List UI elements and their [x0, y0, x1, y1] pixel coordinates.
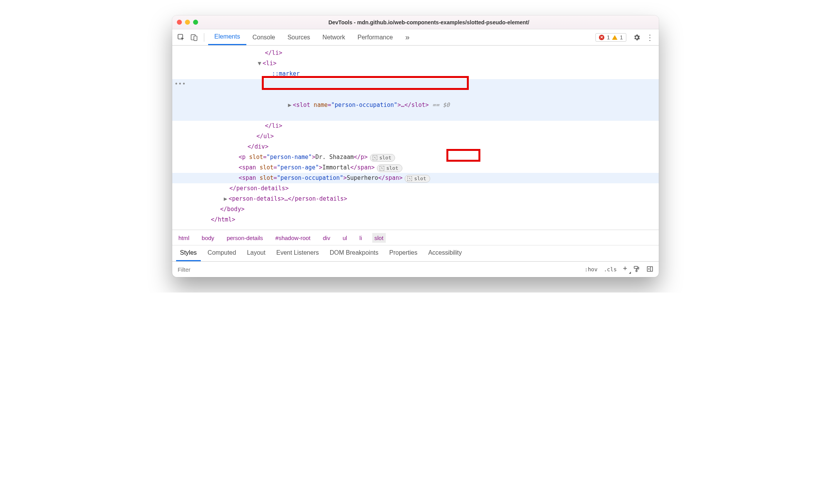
warning-icon [612, 35, 617, 40]
breadcrumbs: html body person-details #shadow-root di… [172, 230, 659, 243]
reveal-icon: ↖ [373, 156, 377, 160]
tree-line[interactable]: <p slot="person-name">Dr. Shazaam</p>↖sl… [172, 152, 659, 162]
expand-arrow-icon[interactable]: ▼ [257, 58, 262, 69]
tab-elements[interactable]: Elements [208, 29, 246, 45]
panel-tabs: Elements Console Sources Network Perform… [208, 29, 416, 45]
tree-line[interactable]: </ul> [172, 131, 659, 142]
tree-line[interactable]: </body> [172, 204, 659, 215]
warning-count: 1 [620, 34, 623, 41]
svg-rect-4 [636, 270, 637, 272]
crumb-shadow-root[interactable]: #shadow-root [273, 233, 313, 243]
zoom-window-button[interactable] [193, 20, 198, 25]
kebab-menu-icon[interactable]: ⋮ [644, 32, 656, 43]
styles-filter-bar: :hov .cls +◢ [172, 262, 659, 277]
svg-rect-2 [194, 36, 197, 41]
crumb-ul[interactable]: ul [340, 233, 349, 243]
gear-icon[interactable] [631, 32, 643, 43]
crumb-li[interactable]: li [357, 233, 365, 243]
tree-line[interactable]: ▶<person-details>…</person-details> [172, 194, 659, 204]
tree-line-hover[interactable]: <span slot="person-occupation">Superhero… [172, 173, 659, 183]
cls-toggle[interactable]: .cls [600, 266, 620, 272]
close-window-button[interactable] [177, 20, 182, 25]
divider [204, 33, 204, 42]
tree-line[interactable]: </li> [172, 121, 659, 131]
tab-console[interactable]: Console [246, 29, 282, 45]
traffic-lights [177, 20, 198, 25]
reveal-icon: ↖ [380, 166, 384, 171]
crumb-slot[interactable]: slot [372, 233, 386, 243]
minimize-window-button[interactable] [185, 20, 190, 25]
subtab-accessibility[interactable]: Accessibility [424, 245, 466, 261]
main-toolbar: Elements Console Sources Network Perform… [172, 29, 659, 46]
tab-network[interactable]: Network [316, 29, 351, 45]
crumb-div[interactable]: div [321, 233, 332, 243]
paint-icon[interactable] [630, 266, 643, 274]
new-style-rule-icon[interactable]: +◢ [620, 264, 630, 272]
toggle-sidebar-icon[interactable] [643, 266, 656, 274]
tree-line[interactable]: ▼<li> [172, 58, 659, 69]
reveal-slot-badge[interactable]: ↖slot [405, 175, 430, 183]
tree-line[interactable]: ::marker [172, 69, 659, 79]
tab-performance[interactable]: Performance [351, 29, 399, 45]
window-title: DevTools - mdn.github.io/web-components-… [204, 19, 654, 25]
tree-line[interactable]: </html> [172, 215, 659, 225]
device-toggle-icon[interactable] [188, 32, 200, 43]
inspect-icon[interactable] [175, 32, 187, 43]
reveal-icon: ↖ [407, 176, 412, 181]
subtab-dom-breakpoints[interactable]: DOM Breakpoints [326, 245, 382, 261]
issue-counter[interactable]: ✕ 1 1 [595, 33, 626, 42]
tree-line-selected[interactable]: ••• ▶<slot name="person-occupation">…</s… [172, 79, 659, 121]
reveal-slot-badge[interactable]: ↖slot [377, 164, 402, 172]
tree-line[interactable]: </person-details> [172, 183, 659, 194]
styles-tabs: Styles Computed Layout Event Listeners D… [172, 245, 659, 262]
tree-line[interactable]: <span slot="person-age">Immortal</span>↖… [172, 162, 659, 173]
crumb-person-details[interactable]: person-details [224, 233, 265, 243]
styles-filter-input[interactable] [176, 264, 582, 275]
titlebar: DevTools - mdn.github.io/web-components-… [172, 15, 659, 29]
devtools-window: DevTools - mdn.github.io/web-components-… [172, 15, 659, 277]
error-icon: ✕ [599, 35, 604, 40]
subtab-styles[interactable]: Styles [176, 245, 201, 261]
tab-sources[interactable]: Sources [281, 29, 316, 45]
elements-tree[interactable]: </li> ▼<li> ::marker ••• ▶<slot name="pe… [172, 46, 659, 230]
subtab-event-listeners[interactable]: Event Listeners [272, 245, 322, 261]
tree-line[interactable]: </div> [172, 142, 659, 152]
expand-arrow-icon[interactable]: ▶ [287, 100, 292, 110]
tree-line[interactable]: </li> [172, 48, 659, 58]
expand-arrow-icon[interactable]: ▶ [223, 194, 228, 204]
crumb-body[interactable]: body [199, 233, 217, 243]
subtab-layout[interactable]: Layout [243, 245, 269, 261]
subtab-properties[interactable]: Properties [385, 245, 421, 261]
hov-toggle[interactable]: :hov [582, 266, 601, 272]
tab-more-chevron-icon[interactable]: » [399, 29, 416, 45]
subtab-computed[interactable]: Computed [204, 245, 240, 261]
reveal-slot-badge[interactable]: ↖slot [370, 154, 395, 162]
gutter-ellipsis-icon[interactable]: ••• [175, 79, 186, 90]
error-count: 1 [607, 34, 610, 41]
svg-rect-3 [634, 266, 638, 268]
crumb-html[interactable]: html [176, 233, 192, 243]
